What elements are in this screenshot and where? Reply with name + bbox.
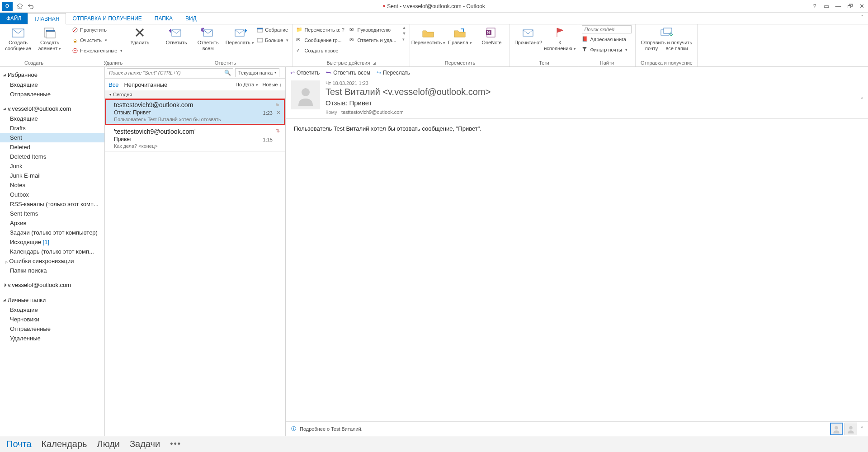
rules-button[interactable]: Правила — [445, 25, 474, 46]
qat-send-receive-icon[interactable] — [16, 3, 24, 10]
people-avatar-1[interactable] — [830, 423, 843, 435]
folder-item[interactable]: Задачи (только этот компьютер) — [0, 228, 104, 237]
quicksteps-launcher-icon[interactable]: ◢ — [373, 61, 376, 66]
send-receive-all-button[interactable]: Отправить и получить почту — все папки — [639, 25, 693, 52]
help-icon[interactable]: ? — [811, 3, 818, 9]
tab-view[interactable]: ВИД — [179, 13, 203, 24]
reply-button[interactable]: Ответить — [162, 25, 191, 46]
meeting-button[interactable]: Собрание — [257, 25, 288, 34]
search-scope-dropdown[interactable]: Текущая папка▾ — [235, 68, 279, 77]
folder-item[interactable]: Sent Items — [0, 209, 104, 218]
tab-send-receive[interactable]: ОТПРАВКА И ПОЛУЧЕНИЕ — [66, 13, 148, 24]
reply-all-button[interactable]: Ответить всем — [193, 25, 222, 52]
people-avatar-2[interactable] — [844, 423, 857, 435]
nav-calendar[interactable]: Календарь — [42, 439, 87, 449]
folder-item[interactable]: Sent — [0, 133, 104, 142]
filter-all[interactable]: Все — [108, 81, 118, 88]
personal-drafts[interactable]: Черновики — [0, 315, 104, 324]
more-respond-button[interactable]: Больше — [257, 36, 288, 45]
personal-deleted[interactable]: Удаленные — [0, 334, 104, 343]
folder-item[interactable]: Drafts — [0, 123, 104, 133]
personal-sent[interactable]: Отправленные — [0, 324, 104, 334]
search-input[interactable] — [109, 70, 224, 75]
favorites-header[interactable]: ◢Избранное — [0, 70, 104, 80]
quickstep-replydel[interactable]: ✉Ответить и уда... — [349, 36, 400, 45]
fav-item-sent[interactable]: Отправленные — [0, 89, 104, 99]
ribbon-group-move: Переместить Правила NOneNote Переместить — [410, 24, 510, 66]
new-email-button[interactable]: Создать сообщение — [4, 25, 33, 52]
nav-mail[interactable]: Почта — [6, 439, 32, 449]
folder-item[interactable]: Папки поиска — [0, 266, 104, 275]
nav-tasks[interactable]: Задачи — [130, 439, 160, 449]
tab-file[interactable]: ФАЙЛ — [0, 13, 28, 24]
account2-header[interactable]: ◢v.vesselof@outlook.com — [0, 280, 104, 290]
reading-reply-all-button[interactable]: ⮪Ответить всем — [326, 70, 370, 76]
message-item[interactable]: testtestovich9@outlook.comОтзыв: ПриветП… — [105, 99, 285, 125]
onenote-button[interactable]: NOneNote — [477, 25, 506, 46]
fav-item-inbox[interactable]: Входящие — [0, 80, 104, 89]
people-expand-icon[interactable]: ˄ — [861, 426, 863, 432]
ribbon-display-icon[interactable]: ▭ — [823, 3, 830, 9]
junk-button[interactable]: Нежелательные — [72, 46, 123, 55]
search-people-input[interactable] — [582, 25, 632, 33]
folder-item[interactable]: Входящие — [0, 114, 104, 123]
folder-item[interactable]: RSS-каналы (только этот комп... — [0, 199, 104, 209]
move-button[interactable]: Переместить — [414, 25, 443, 46]
personal-header[interactable]: ◢Личные папки — [0, 295, 104, 305]
new-items-button[interactable]: Создать элемент — [35, 25, 64, 52]
folder-item[interactable]: Notes — [0, 180, 104, 190]
folder-item[interactable]: Junk — [0, 161, 104, 171]
folder-item[interactable]: Архив — [0, 218, 104, 228]
filter-email-button[interactable]: Фильтр почты — [582, 45, 632, 54]
folder-item[interactable]: Исходящие [1] — [0, 237, 104, 247]
quickstep-team[interactable]: ✉Сообщение гр... — [296, 36, 346, 45]
nav-more-icon[interactable]: ••• — [170, 439, 181, 449]
forward-button[interactable]: Переслать — [225, 25, 254, 46]
restore-icon[interactable]: 🗗 — [846, 3, 854, 9]
quickstep-down-icon[interactable]: ▼ — [402, 31, 406, 36]
account1-header[interactable]: ◢v.vesselof@outlook.com — [0, 104, 104, 114]
message-item[interactable]: 'testtestovich9@outlook.com'ПриветКак де… — [105, 125, 285, 152]
folder-item[interactable]: Deleted Items — [0, 152, 104, 161]
reading-reply-button[interactable]: ↩Ответить — [290, 70, 320, 76]
quickstep-up-icon[interactable]: ▲ — [402, 25, 406, 30]
search-box[interactable]: 🔍 — [107, 68, 233, 77]
nav-people[interactable]: Люди — [97, 439, 120, 449]
qat-undo-icon[interactable] — [27, 3, 34, 10]
tab-folder[interactable]: ПАПКА — [148, 13, 179, 24]
cleanup-button[interactable]: Очистить — [72, 36, 123, 45]
message-subject: Отзыв: Привет — [326, 99, 863, 107]
sort-by-date[interactable]: По Дата — [236, 82, 258, 87]
collapse-ribbon-icon[interactable]: ˄ — [861, 14, 863, 21]
quickstep-moveto[interactable]: 📁Переместить в: ? — [296, 25, 346, 34]
folder-item[interactable]: ▷ Ошибки синхронизации — [0, 256, 104, 266]
folder-item[interactable]: Deleted — [0, 142, 104, 152]
quickstep-manager[interactable]: ✉Руководителю — [349, 25, 400, 34]
reading-forward-button[interactable]: ↪Переслать — [377, 70, 410, 76]
folder-item[interactable]: Outbox — [0, 190, 104, 199]
folder-item[interactable]: Календарь (только этот комп... — [0, 247, 104, 256]
sort-newest[interactable]: Новые ↓ — [263, 82, 282, 87]
address-book-button[interactable]: 📕Адресная книга — [582, 35, 632, 44]
followup-button[interactable]: К исполнению — [545, 25, 574, 52]
team-msg-icon: ✉ — [296, 37, 302, 43]
filter-unread[interactable]: Непрочитанные — [124, 81, 167, 88]
unread-button[interactable]: Прочитано? — [514, 25, 542, 46]
quickstep-new[interactable]: ✓Создать новое — [296, 46, 346, 55]
personal-inbox[interactable]: Входящие — [0, 305, 104, 315]
folder-item[interactable]: Junk E-mail — [0, 171, 104, 180]
delete-icon — [132, 26, 147, 39]
ignore-button[interactable]: Пропустить — [72, 25, 123, 34]
close-icon[interactable]: ✕ — [858, 3, 865, 9]
quickstep-more-icon[interactable]: ▾ — [402, 37, 406, 42]
header-expand-icon[interactable]: ˄ — [861, 97, 863, 103]
to-manager-icon: ✉ — [349, 27, 356, 33]
delete-button[interactable]: Удалить — [125, 25, 154, 46]
delete-msg-icon[interactable]: ✕ — [276, 109, 281, 116]
new-items-icon — [42, 26, 57, 39]
tab-home[interactable]: ГЛАВНАЯ — [28, 13, 66, 24]
list-group-today[interactable]: ▾Сегодня — [105, 90, 285, 99]
search-icon[interactable]: 🔍 — [224, 70, 231, 76]
minimize-icon[interactable]: — — [835, 3, 842, 9]
flag-icon[interactable]: ⚑ — [275, 102, 280, 108]
